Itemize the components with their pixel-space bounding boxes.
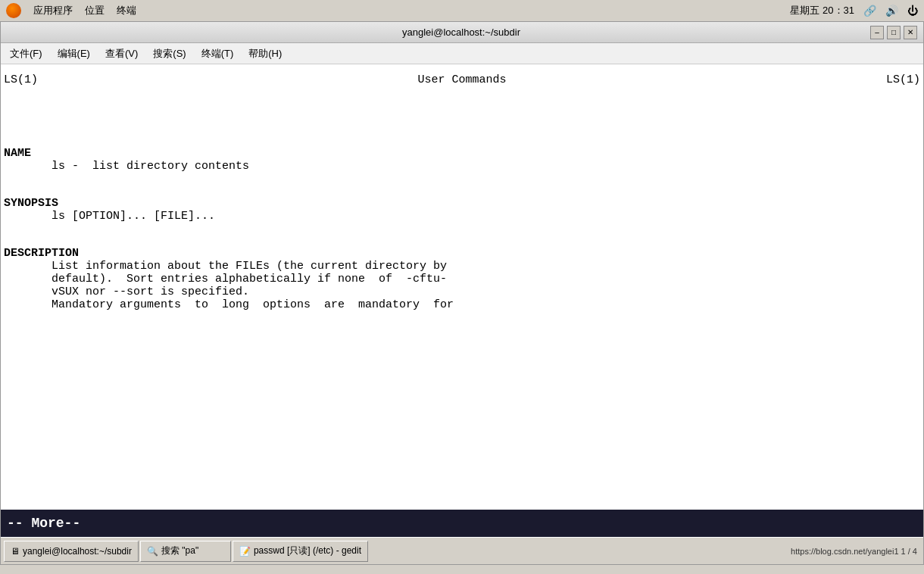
menu-search[interactable]: 搜索(S) xyxy=(147,45,192,62)
system-bar-left: 应用程序 位置 终端 xyxy=(6,3,136,18)
taskbar-gedit-label: passwd [只读] (/etc) - gedit xyxy=(254,544,361,557)
app-icon xyxy=(6,3,21,18)
menu-help[interactable]: 帮助(H) xyxy=(242,45,288,62)
taskbar: 🖥 yanglei@localhost:~/subdir 🔍 搜索 "pa" 📝… xyxy=(1,537,923,564)
maximize-button[interactable]: □ xyxy=(887,26,901,39)
volume-icon: 🔊 xyxy=(885,5,898,17)
terminal-icon: 🖥 xyxy=(11,546,20,557)
search-icon: 🔍 xyxy=(147,546,158,557)
section-content-synopsis: ls [OPTION]... [FILE]... xyxy=(4,210,920,223)
minimize-button[interactable]: – xyxy=(870,26,884,39)
section-content-name: ls - list directory contents xyxy=(4,160,920,173)
taskbar-left: 🖥 yanglei@localhost:~/subdir 🔍 搜索 "pa" 📝… xyxy=(4,541,368,562)
section-content-description-5: Mandatory arguments to long options are … xyxy=(4,298,920,311)
app-menu[interactable]: 应用程序 xyxy=(33,4,73,17)
terminal-content: LS(1) User Commands LS(1) NAME ls - list… xyxy=(1,64,923,537)
system-bar-right: 星期五 20：31 🔗 🔊 ⏻ xyxy=(790,4,918,17)
section-title-name: NAME xyxy=(4,147,920,160)
taskbar-search-label: 搜索 "pa" xyxy=(161,544,198,557)
man-section-synopsis: SYNOPSIS ls [OPTION]... [FILE]... xyxy=(1,197,923,223)
gedit-icon: 📝 xyxy=(239,546,251,557)
terminal-menu[interactable]: 终端 xyxy=(117,4,136,17)
window-controls: – □ ✕ xyxy=(870,26,917,39)
man-header: LS(1) User Commands LS(1) xyxy=(1,70,923,89)
window-title: yanglei@localhost:~/subdir xyxy=(52,27,870,38)
datetime: 星期五 20：31 xyxy=(790,4,854,17)
menu-terminal[interactable]: 终端(T) xyxy=(195,45,240,62)
man-section-description: DESCRIPTION List information about the F… xyxy=(1,247,923,311)
more-bar: -- More-- xyxy=(1,510,923,537)
man-header-right: LS(1) xyxy=(886,73,920,86)
section-title-description: DESCRIPTION xyxy=(4,247,920,260)
close-button[interactable]: ✕ xyxy=(904,26,917,39)
position-menu[interactable]: 位置 xyxy=(85,4,105,17)
man-section-name: NAME ls - list directory contents xyxy=(1,147,923,173)
menu-view[interactable]: 查看(V) xyxy=(99,45,144,62)
menu-edit[interactable]: 编辑(E) xyxy=(52,45,96,62)
man-header-center: User Commands xyxy=(417,73,506,86)
title-bar: yanglei@localhost:~/subdir – □ ✕ xyxy=(1,22,923,43)
section-content-description-3: vSUX nor --sort is specified. xyxy=(4,285,920,298)
taskbar-item-terminal[interactable]: 🖥 yanglei@localhost:~/subdir xyxy=(4,541,139,562)
section-title-synopsis: SYNOPSIS xyxy=(4,197,920,210)
menu-bar: 文件(F) 编辑(E) 查看(V) 搜索(S) 终端(T) 帮助(H) xyxy=(1,43,923,64)
terminal-window: yanglei@localhost:~/subdir – □ ✕ 文件(F) 编… xyxy=(0,21,924,565)
taskbar-item-search[interactable]: 🔍 搜索 "pa" xyxy=(140,541,231,562)
taskbar-item-gedit[interactable]: 📝 passwd [只读] (/etc) - gedit xyxy=(233,541,368,562)
section-content-description-2: default). Sort entries alphabetically if… xyxy=(4,273,920,285)
taskbar-terminal-label: yanglei@localhost:~/subdir xyxy=(23,546,132,557)
section-content-description-1: List information about the FILEs (the cu… xyxy=(4,260,920,273)
man-header-left: LS(1) xyxy=(4,73,38,86)
system-bar: 应用程序 位置 终端 星期五 20：31 🔗 🔊 ⏻ xyxy=(0,0,924,21)
more-label: -- More-- xyxy=(7,516,80,531)
taskbar-page-info: https://blog.csdn.net/yanglei1 1 / 4 xyxy=(791,547,920,556)
power-icon[interactable]: ⏻ xyxy=(907,5,918,17)
network-icon: 🔗 xyxy=(863,5,876,17)
menu-file[interactable]: 文件(F) xyxy=(4,45,48,62)
